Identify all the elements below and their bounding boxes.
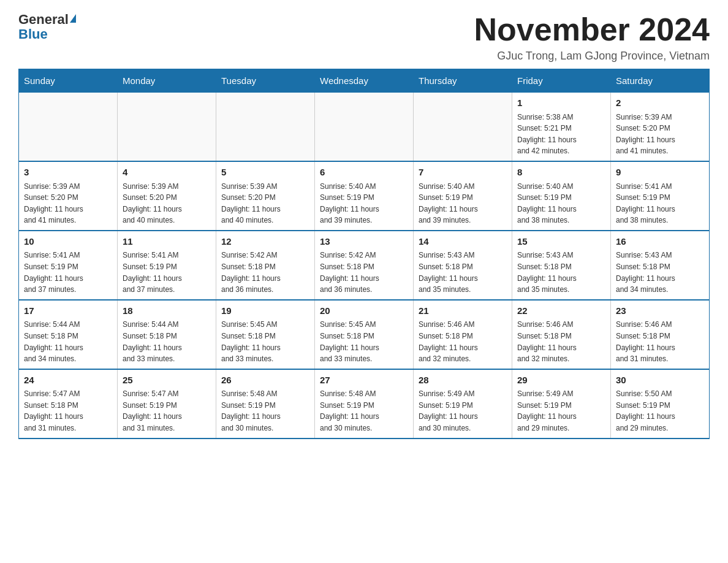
location-subtitle: GJuc Trong, Lam GJong Province, Vietnam	[474, 50, 710, 63]
calendar-cell	[216, 93, 315, 161]
day-info: Sunrise: 5:49 AMSunset: 5:19 PMDaylight:…	[419, 388, 507, 434]
day-info: Sunrise: 5:43 AMSunset: 5:18 PMDaylight:…	[616, 250, 704, 295]
day-number: 9	[616, 166, 704, 180]
day-number: 26	[221, 373, 309, 388]
day-info: Sunrise: 5:42 AMSunset: 5:18 PMDaylight:…	[221, 250, 309, 295]
day-info: Sunrise: 5:45 AMSunset: 5:18 PMDaylight:…	[320, 319, 408, 364]
calendar-cell: 24Sunrise: 5:47 AMSunset: 5:18 PMDayligh…	[19, 369, 118, 439]
day-number: 2	[616, 96, 704, 110]
calendar-cell: 1Sunrise: 5:38 AMSunset: 5:21 PMDaylight…	[512, 93, 611, 161]
calendar-cell: 26Sunrise: 5:48 AMSunset: 5:19 PMDayligh…	[216, 369, 315, 439]
day-number: 4	[123, 166, 211, 180]
header-thursday: Thursday	[414, 69, 512, 93]
logo-general-text: General	[18, 12, 69, 27]
day-info: Sunrise: 5:44 AMSunset: 5:18 PMDaylight:…	[123, 319, 211, 364]
calendar-header-row: SundayMondayTuesdayWednesdayThursdayFrid…	[19, 69, 710, 93]
header-wednesday: Wednesday	[315, 69, 414, 93]
calendar-cell: 9Sunrise: 5:41 AMSunset: 5:19 PMDaylight…	[611, 161, 710, 231]
header-sunday: Sunday	[19, 69, 118, 93]
calendar-cell	[19, 93, 118, 161]
day-number: 16	[616, 235, 704, 249]
day-info: Sunrise: 5:50 AMSunset: 5:19 PMDaylight:…	[616, 388, 704, 434]
day-info: Sunrise: 5:40 AMSunset: 5:19 PMDaylight:…	[320, 181, 408, 226]
day-number: 6	[320, 166, 408, 180]
day-number: 30	[616, 373, 704, 388]
day-number: 13	[320, 235, 408, 249]
calendar-week-row: 17Sunrise: 5:44 AMSunset: 5:18 PMDayligh…	[19, 300, 710, 369]
title-block: November 2024 GJuc Trong, Lam GJong Prov…	[474, 12, 710, 63]
logo-triangle-icon	[70, 14, 76, 23]
calendar-cell: 4Sunrise: 5:39 AMSunset: 5:20 PMDaylight…	[118, 161, 216, 231]
day-info: Sunrise: 5:48 AMSunset: 5:19 PMDaylight:…	[320, 388, 408, 434]
day-number: 22	[517, 304, 605, 318]
day-number: 23	[616, 304, 704, 318]
day-number: 1	[517, 96, 605, 110]
day-number: 11	[123, 235, 211, 249]
calendar-cell: 29Sunrise: 5:49 AMSunset: 5:19 PMDayligh…	[512, 369, 611, 439]
calendar-week-row: 10Sunrise: 5:41 AMSunset: 5:19 PMDayligh…	[19, 231, 710, 300]
calendar-week-row: 1Sunrise: 5:38 AMSunset: 5:21 PMDaylight…	[19, 93, 710, 161]
calendar-cell: 15Sunrise: 5:43 AMSunset: 5:18 PMDayligh…	[512, 231, 611, 300]
calendar-week-row: 24Sunrise: 5:47 AMSunset: 5:18 PMDayligh…	[19, 369, 710, 439]
day-info: Sunrise: 5:40 AMSunset: 5:19 PMDaylight:…	[419, 181, 507, 226]
calendar-table: SundayMondayTuesdayWednesdayThursdayFrid…	[18, 69, 710, 439]
day-info: Sunrise: 5:49 AMSunset: 5:19 PMDaylight:…	[517, 388, 605, 434]
calendar-cell: 13Sunrise: 5:42 AMSunset: 5:18 PMDayligh…	[315, 231, 414, 300]
logo-blue-text: Blue	[18, 27, 48, 42]
day-number: 5	[221, 166, 309, 180]
day-number: 25	[123, 373, 211, 388]
day-info: Sunrise: 5:47 AMSunset: 5:18 PMDaylight:…	[24, 388, 112, 434]
day-number: 8	[517, 166, 605, 180]
day-number: 10	[24, 235, 112, 249]
calendar-cell: 2Sunrise: 5:39 AMSunset: 5:20 PMDaylight…	[611, 93, 710, 161]
header-monday: Monday	[118, 69, 216, 93]
day-info: Sunrise: 5:43 AMSunset: 5:18 PMDaylight:…	[419, 250, 507, 295]
calendar-cell: 23Sunrise: 5:46 AMSunset: 5:18 PMDayligh…	[611, 300, 710, 369]
day-info: Sunrise: 5:41 AMSunset: 5:19 PMDaylight:…	[123, 250, 211, 295]
day-info: Sunrise: 5:42 AMSunset: 5:18 PMDaylight:…	[320, 250, 408, 295]
day-info: Sunrise: 5:39 AMSunset: 5:20 PMDaylight:…	[221, 181, 309, 226]
calendar-cell	[118, 93, 216, 161]
calendar-cell: 3Sunrise: 5:39 AMSunset: 5:20 PMDaylight…	[19, 161, 118, 231]
calendar-cell: 28Sunrise: 5:49 AMSunset: 5:19 PMDayligh…	[414, 369, 512, 439]
calendar-cell: 12Sunrise: 5:42 AMSunset: 5:18 PMDayligh…	[216, 231, 315, 300]
calendar-cell: 27Sunrise: 5:48 AMSunset: 5:19 PMDayligh…	[315, 369, 414, 439]
calendar-cell: 22Sunrise: 5:46 AMSunset: 5:18 PMDayligh…	[512, 300, 611, 369]
calendar-cell: 10Sunrise: 5:41 AMSunset: 5:19 PMDayligh…	[19, 231, 118, 300]
calendar-cell: 14Sunrise: 5:43 AMSunset: 5:18 PMDayligh…	[414, 231, 512, 300]
calendar-cell: 8Sunrise: 5:40 AMSunset: 5:19 PMDaylight…	[512, 161, 611, 231]
day-info: Sunrise: 5:48 AMSunset: 5:19 PMDaylight:…	[221, 388, 309, 434]
day-number: 29	[517, 373, 605, 388]
day-number: 17	[24, 304, 112, 318]
day-info: Sunrise: 5:41 AMSunset: 5:19 PMDaylight:…	[616, 181, 704, 226]
day-info: Sunrise: 5:39 AMSunset: 5:20 PMDaylight:…	[24, 181, 112, 226]
calendar-cell: 11Sunrise: 5:41 AMSunset: 5:19 PMDayligh…	[118, 231, 216, 300]
day-number: 14	[419, 235, 507, 249]
day-number: 19	[221, 304, 309, 318]
day-info: Sunrise: 5:46 AMSunset: 5:18 PMDaylight:…	[616, 319, 704, 364]
day-number: 24	[24, 373, 112, 388]
calendar-cell: 21Sunrise: 5:46 AMSunset: 5:18 PMDayligh…	[414, 300, 512, 369]
day-number: 15	[517, 235, 605, 249]
day-info: Sunrise: 5:47 AMSunset: 5:19 PMDaylight:…	[123, 388, 211, 434]
month-title: November 2024	[474, 12, 710, 47]
day-info: Sunrise: 5:45 AMSunset: 5:18 PMDaylight:…	[221, 319, 309, 364]
day-number: 18	[123, 304, 211, 318]
day-number: 7	[419, 166, 507, 180]
header-friday: Friday	[512, 69, 611, 93]
day-info: Sunrise: 5:39 AMSunset: 5:20 PMDaylight:…	[123, 181, 211, 226]
day-number: 3	[24, 166, 112, 180]
calendar-cell: 25Sunrise: 5:47 AMSunset: 5:19 PMDayligh…	[118, 369, 216, 439]
day-number: 12	[221, 235, 309, 249]
day-info: Sunrise: 5:44 AMSunset: 5:18 PMDaylight:…	[24, 319, 112, 364]
day-info: Sunrise: 5:43 AMSunset: 5:18 PMDaylight:…	[517, 250, 605, 295]
calendar-cell	[315, 93, 414, 161]
calendar-cell	[414, 93, 512, 161]
day-info: Sunrise: 5:39 AMSunset: 5:20 PMDaylight:…	[616, 112, 704, 157]
day-info: Sunrise: 5:41 AMSunset: 5:19 PMDaylight:…	[24, 250, 112, 295]
logo: General Blue	[18, 12, 76, 42]
header-saturday: Saturday	[611, 69, 710, 93]
calendar-week-row: 3Sunrise: 5:39 AMSunset: 5:20 PMDaylight…	[19, 161, 710, 231]
day-info: Sunrise: 5:46 AMSunset: 5:18 PMDaylight:…	[517, 319, 605, 364]
day-info: Sunrise: 5:38 AMSunset: 5:21 PMDaylight:…	[517, 112, 605, 157]
